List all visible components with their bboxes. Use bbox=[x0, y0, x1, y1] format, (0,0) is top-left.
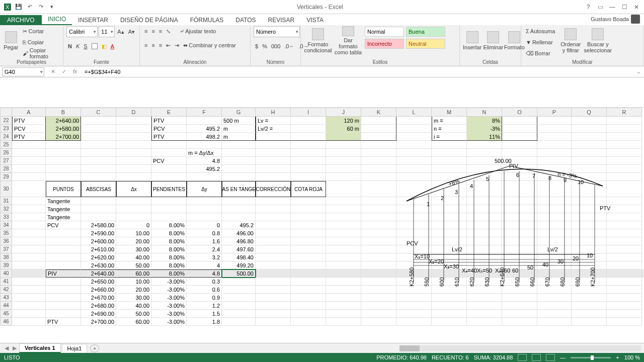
expand-formula-bar-icon[interactable]: ⌄ bbox=[633, 68, 644, 75]
cell[interactable] bbox=[46, 229, 81, 237]
col-header-R[interactable]: R bbox=[607, 108, 642, 117]
cell[interactable]: 495.2 bbox=[187, 165, 222, 173]
cell[interactable] bbox=[12, 181, 46, 197]
row-header-44[interactable]: 44 bbox=[0, 302, 12, 310]
cell[interactable]: 500 m bbox=[222, 117, 256, 125]
increase-decimal-icon[interactable]: .0← bbox=[283, 41, 296, 51]
cell[interactable]: 50.00 bbox=[116, 310, 151, 318]
insert-cells-button[interactable]: Insertar bbox=[463, 26, 481, 55]
row-header-34[interactable]: 34 bbox=[0, 221, 12, 229]
cell[interactable] bbox=[222, 318, 256, 326]
cell[interactable]: Tangente bbox=[46, 213, 81, 221]
file-tab[interactable]: ARCHIVO bbox=[0, 15, 42, 25]
cell[interactable]: 1.6 bbox=[187, 237, 222, 245]
cell[interactable] bbox=[187, 213, 222, 221]
table-header[interactable]: COTA ROJA bbox=[291, 181, 326, 197]
horizontal-scrollbar[interactable] bbox=[399, 345, 641, 351]
zoom-in-button[interactable]: + bbox=[616, 354, 619, 360]
cell[interactable]: 2+680.00 bbox=[81, 302, 116, 310]
cell[interactable] bbox=[81, 213, 116, 221]
cell[interactable] bbox=[116, 213, 151, 221]
cell[interactable] bbox=[222, 205, 256, 213]
cell[interactable]: 2+620.00 bbox=[81, 253, 116, 261]
col-header-D[interactable]: D bbox=[116, 108, 151, 117]
cell[interactable]: 50.00 bbox=[116, 261, 151, 269]
cell[interactable] bbox=[291, 133, 326, 141]
cell[interactable]: m bbox=[222, 125, 256, 133]
cell[interactable]: 60 m bbox=[326, 125, 361, 133]
cell[interactable]: m bbox=[222, 133, 256, 141]
row-header-25[interactable]: 25 bbox=[0, 141, 12, 149]
row-header-27[interactable]: 27 bbox=[0, 157, 12, 165]
cell[interactable]: PTV bbox=[46, 318, 81, 326]
fill-button[interactable]: ▼ Rellenar bbox=[524, 37, 556, 47]
cell[interactable]: 496.00 bbox=[222, 229, 256, 237]
cell[interactable]: 4 bbox=[187, 261, 222, 269]
cell[interactable]: 10.00 bbox=[116, 278, 151, 286]
cell[interactable]: 1.5 bbox=[187, 310, 222, 318]
save-icon[interactable]: 💾 bbox=[14, 3, 23, 12]
cell[interactable] bbox=[46, 253, 81, 261]
row-header-42[interactable]: 42 bbox=[0, 286, 12, 294]
font-size-select[interactable]: 11 bbox=[99, 26, 115, 37]
cell[interactable] bbox=[116, 205, 151, 213]
cell[interactable] bbox=[46, 294, 81, 302]
align-right-icon[interactable]: ≡ bbox=[157, 40, 164, 50]
row-header-32[interactable]: 32 bbox=[0, 205, 12, 213]
cell[interactable]: 60.00 bbox=[116, 318, 151, 326]
table-header[interactable]: PUNTOS bbox=[46, 181, 81, 197]
table-header[interactable]: Δy bbox=[187, 181, 222, 197]
cell[interactable]: 2+690.00 bbox=[81, 310, 116, 318]
row-header-28[interactable]: 28 bbox=[0, 165, 12, 173]
cell[interactable]: 2+700.00 bbox=[46, 133, 81, 141]
cell[interactable] bbox=[151, 213, 187, 221]
style-normal[interactable]: Normal bbox=[365, 27, 404, 37]
cell[interactable] bbox=[222, 294, 256, 302]
cell[interactable]: 4.8 bbox=[187, 157, 222, 165]
cell[interactable]: 2+630.00 bbox=[81, 261, 116, 269]
col-header-K[interactable]: K bbox=[361, 108, 396, 117]
cell[interactable]: 30.00 bbox=[116, 245, 151, 253]
select-all-corner[interactable] bbox=[0, 108, 12, 117]
format-as-table-button[interactable]: Dar formato como tabla bbox=[334, 26, 362, 55]
formula-input[interactable]: =+$G$34+F40 bbox=[82, 69, 633, 75]
cell[interactable]: 498.40 bbox=[222, 253, 256, 261]
view-layout-icon[interactable] bbox=[532, 354, 541, 361]
cell[interactable]: 2.4 bbox=[187, 245, 222, 253]
table-header[interactable]: COTAS EN TANGENTE bbox=[222, 181, 256, 197]
cell[interactable]: 4.8 bbox=[187, 269, 222, 278]
cell[interactable]: 8% bbox=[467, 117, 502, 125]
cell[interactable]: PTV bbox=[12, 133, 46, 141]
cell[interactable] bbox=[81, 197, 116, 205]
view-pagebreak-icon[interactable] bbox=[546, 354, 555, 361]
cell[interactable] bbox=[46, 302, 81, 310]
tab-diseno[interactable]: DISEÑO DE PÁGINA bbox=[114, 15, 184, 25]
undo-icon[interactable]: ↶ bbox=[25, 3, 34, 12]
col-header-J[interactable]: J bbox=[326, 108, 361, 117]
merge-button[interactable]: ⬌ Combinar y centrar bbox=[182, 40, 237, 50]
cell[interactable]: PCV bbox=[46, 221, 81, 229]
cell[interactable]: n = bbox=[432, 125, 467, 133]
clear-button[interactable]: ⌫ Borrar bbox=[524, 48, 556, 58]
zoom-slider[interactable] bbox=[571, 357, 611, 358]
row-header-38[interactable]: 38 bbox=[0, 253, 12, 261]
cell[interactable]: 8.00% bbox=[151, 269, 187, 278]
font-name-select[interactable]: Calibri bbox=[66, 26, 98, 37]
row-header-24[interactable]: 24 bbox=[0, 133, 12, 141]
cell[interactable] bbox=[151, 205, 187, 213]
paste-button[interactable]: Pegar bbox=[3, 26, 19, 55]
comma-icon[interactable]: 000 bbox=[270, 41, 282, 51]
underline-button[interactable]: S bbox=[82, 41, 89, 51]
cell[interactable] bbox=[222, 213, 256, 221]
redo-icon[interactable]: ↷ bbox=[36, 3, 45, 12]
currency-icon[interactable]: $ bbox=[254, 41, 260, 51]
percent-icon[interactable]: % bbox=[261, 41, 269, 51]
col-header-L[interactable]: L bbox=[396, 108, 432, 117]
cell[interactable]: 0 bbox=[187, 221, 222, 229]
wrap-text-button[interactable]: ⤶ Ajustar texto bbox=[178, 26, 217, 36]
style-neutral[interactable]: Neutral bbox=[406, 39, 445, 49]
tab-inicio[interactable]: INICIO bbox=[42, 14, 72, 25]
col-header-H[interactable]: H bbox=[256, 108, 291, 117]
cell[interactable]: PTV bbox=[151, 117, 187, 125]
cell[interactable]: Tangente bbox=[46, 197, 81, 205]
